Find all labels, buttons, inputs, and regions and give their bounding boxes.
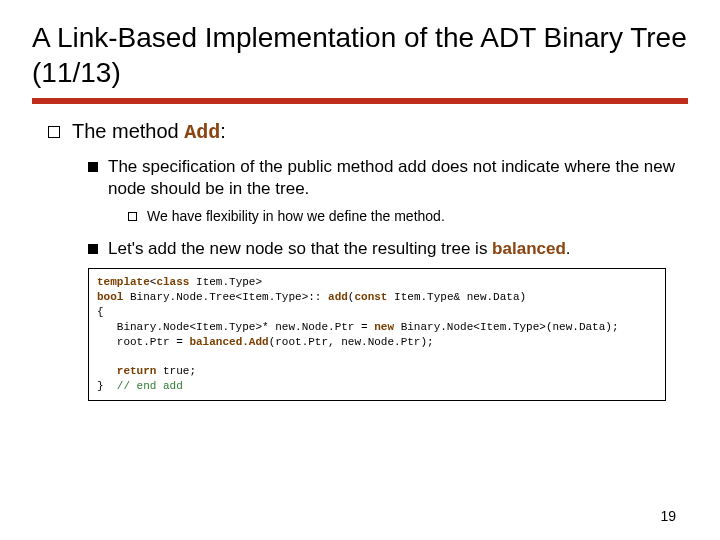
b1-pre: The method [72,120,184,142]
c [97,365,117,377]
kw: add [328,291,348,303]
hollow-square-icon [48,126,60,138]
kw: return [117,365,157,377]
bullet-level2-b: Let's add the new node so that the resul… [88,238,688,260]
bullet3-text: We have flexibility in how we define the… [147,208,445,224]
code-block: template<class Item.Type> bool Binary.No… [88,268,666,401]
c: root.Ptr = [97,336,189,348]
c: Binary.Node<Item.Type>(new.Data); [394,321,618,333]
b1-post: : [220,120,226,142]
kw: balanced.Add [189,336,268,348]
hollow-square-icon [128,212,137,221]
kw: const [354,291,387,303]
c: true; [156,365,196,377]
c: { [97,306,104,318]
bullet-level2-a: The specification of the public method a… [88,156,688,200]
b1-code: Add [184,121,220,144]
c: (root.Ptr, new.Node.Ptr); [269,336,434,348]
solid-square-icon [88,162,98,172]
bullet2-text: The specification of the public method a… [108,156,688,200]
kw: bool [97,291,123,303]
bullet-level1: The method Add: [48,120,688,144]
slide-title: A Link-Based Implementation of the ADT B… [32,20,688,90]
solid-square-icon [88,244,98,254]
kw: new [374,321,394,333]
bullet1-text: The method Add: [72,120,226,144]
bullet4-text: Let's add the new node so that the resul… [108,238,571,260]
b4-bold: balanced [492,239,566,258]
bullet-level3: We have flexibility in how we define the… [128,208,688,224]
b4-post: . [566,239,571,258]
c: } [97,380,117,392]
title-underline [32,98,688,104]
b4-pre: Let's add the new node so that the resul… [108,239,492,258]
page-number: 19 [660,508,676,524]
c: Item.Type& new.Data) [387,291,526,303]
c: Binary.Node.Tree<Item.Type>:: [123,291,328,303]
kw: class [156,276,189,288]
c: Binary.Node<Item.Type>* new.Node.Ptr = [97,321,374,333]
c: Item.Type> [189,276,262,288]
comment: // end add [117,380,183,392]
kw: template [97,276,150,288]
